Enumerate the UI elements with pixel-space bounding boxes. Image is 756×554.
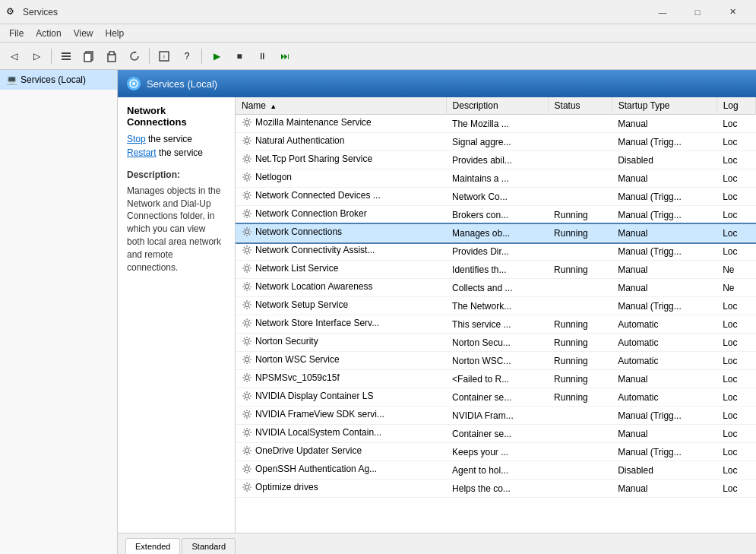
help-button[interactable]: ? xyxy=(176,46,198,67)
service-log-cell: Loc xyxy=(716,480,755,498)
tab-extended[interactable]: Extended xyxy=(125,538,180,554)
table-row[interactable]: Network List Service Identifies th...Run… xyxy=(236,261,756,279)
table-row[interactable]: Network Connections Manages ob...Running… xyxy=(236,224,756,242)
service-status-cell xyxy=(548,461,612,480)
main-area: 💻 Services (Local) Services (Local) Netw… xyxy=(0,70,756,554)
svg-point-14 xyxy=(245,157,249,161)
table-row[interactable]: Netlogon Maintains a ...ManualLoc xyxy=(236,169,756,188)
service-status-cell xyxy=(548,443,612,461)
service-startup-cell: Manual xyxy=(612,425,716,443)
paste-button[interactable] xyxy=(101,46,122,67)
back-button[interactable]: ◁ xyxy=(3,46,24,67)
table-row[interactable]: Network Store Interface Serv... This ser… xyxy=(236,315,756,334)
service-status-cell: Running xyxy=(548,388,612,407)
tab-standard[interactable]: Standard xyxy=(182,538,236,554)
gear-icon xyxy=(242,464,252,474)
menu-item-file[interactable]: File xyxy=(3,27,30,40)
gear-icon xyxy=(242,226,252,237)
table-row[interactable]: Network Setup Service The Network...Manu… xyxy=(236,297,756,315)
service-startup-cell: Automatic xyxy=(612,352,716,370)
pause-button[interactable]: ⏸ xyxy=(251,46,273,67)
window-title: Services xyxy=(23,7,58,17)
service-startup-cell: Manual (Trigg... xyxy=(612,297,716,315)
svg-point-29 xyxy=(245,431,249,435)
table-row[interactable]: Network Location Awareness Collects and … xyxy=(236,279,756,297)
table-row[interactable]: Network Connection Broker Brokers con...… xyxy=(236,206,756,224)
service-log-cell: Loc xyxy=(716,133,755,151)
sort-arrow-name: ▲ xyxy=(270,103,277,110)
table-row[interactable]: Optimize drives Helps the co...ManualLoc xyxy=(236,480,756,498)
forward-button[interactable]: ▷ xyxy=(26,46,47,67)
stop-service-link[interactable]: Stop xyxy=(127,134,146,144)
resume-button[interactable]: ⏭ xyxy=(274,46,296,67)
svg-rect-1 xyxy=(62,55,71,57)
service-startup-cell: Manual xyxy=(612,370,716,388)
service-log-cell: Loc xyxy=(716,334,755,352)
table-row[interactable]: Net.Tcp Port Sharing Service Provides ab… xyxy=(236,151,756,169)
copy-button[interactable] xyxy=(78,46,100,67)
title-bar-left: ⚙ Services xyxy=(6,6,58,18)
service-name-cell: Network Connected Devices ... xyxy=(236,188,446,206)
content-panel: Services (Local) Network Connections Sto… xyxy=(118,70,756,554)
svg-point-12 xyxy=(245,121,249,125)
services-table: Name ▲ Description Status Startup Type L… xyxy=(236,97,756,498)
svg-point-19 xyxy=(245,249,249,252)
tree-item-services-local[interactable]: 💻 Services (Local) xyxy=(0,70,117,90)
stop-service-line: Stop the service xyxy=(127,134,226,144)
tree-label: Services (Local) xyxy=(21,74,86,85)
gear-icon xyxy=(242,117,252,128)
show-hide-button[interactable] xyxy=(55,46,77,67)
table-row[interactable]: NPSMSvc_1059c15f <Failed to R...RunningM… xyxy=(236,370,756,388)
table-row[interactable]: NVIDIA FrameView SDK servi... NVIDIA Fra… xyxy=(236,407,756,425)
service-name-cell: Optimize drives xyxy=(236,480,446,498)
play-button[interactable]: ▶ xyxy=(206,46,227,67)
service-name-cell: OneDrive Updater Service xyxy=(236,443,446,461)
service-name-cell: Norton Security xyxy=(236,334,446,352)
services-table-area[interactable]: Name ▲ Description Status Startup Type L… xyxy=(236,97,756,533)
service-log-cell: Loc xyxy=(716,352,755,370)
service-status-cell: Running xyxy=(548,370,612,388)
table-row[interactable]: OneDrive Updater Service Keeps your ...M… xyxy=(236,443,756,461)
service-startup-cell: Manual (Trigg... xyxy=(612,206,716,224)
gear-icon xyxy=(242,245,252,255)
service-status-cell: Running xyxy=(548,315,612,334)
col-header-description[interactable]: Description xyxy=(446,97,548,115)
gear-icon xyxy=(242,391,252,401)
table-row[interactable]: NVIDIA LocalSystem Contain... Container … xyxy=(236,425,756,443)
table-row[interactable]: OpenSSH Authentication Ag... Agent to ho… xyxy=(236,461,756,480)
table-row[interactable]: Natural Authentication Signal aggre...Ma… xyxy=(236,133,756,151)
menu-item-view[interactable]: View xyxy=(68,27,100,40)
restart-service-link[interactable]: Restart xyxy=(127,147,157,158)
service-description-cell: This service ... xyxy=(446,315,548,334)
properties-button[interactable]: i xyxy=(153,46,175,67)
service-log-cell: Loc xyxy=(716,443,755,461)
service-startup-cell: Manual (Trigg... xyxy=(612,133,716,151)
col-header-startup[interactable]: Startup Type xyxy=(612,97,716,115)
service-description-cell: Keeps your ... xyxy=(446,443,548,461)
service-description-cell: Collects and ... xyxy=(446,279,548,297)
service-startup-cell: Manual (Trigg... xyxy=(612,443,716,461)
service-name-cell: Norton WSC Service xyxy=(236,352,446,370)
minimize-button[interactable]: — xyxy=(645,0,680,24)
maximize-button[interactable]: □ xyxy=(680,0,715,24)
col-header-status[interactable]: Status xyxy=(548,97,612,115)
svg-text:i: i xyxy=(163,53,165,60)
table-row[interactable]: Mozilla Maintenance Service The Mozilla … xyxy=(236,115,756,133)
table-row[interactable]: Norton Security Norton Secu...RunningAut… xyxy=(236,334,756,352)
service-status-cell xyxy=(548,297,612,315)
stop-button[interactable]: ■ xyxy=(229,46,250,67)
properties-icon: i xyxy=(158,50,170,62)
col-header-log[interactable]: Log xyxy=(716,97,755,115)
desc-body: Description: Manages objects in the Netw… xyxy=(127,169,226,274)
col-header-name[interactable]: Name ▲ xyxy=(236,97,446,115)
close-button[interactable]: ✕ xyxy=(715,0,750,24)
table-row[interactable]: Network Connected Devices ... Network Co… xyxy=(236,188,756,206)
menu-item-action[interactable]: Action xyxy=(30,27,67,40)
table-row[interactable]: NVIDIA Display Container LS Container se… xyxy=(236,388,756,407)
table-row[interactable]: Network Connectivity Assist... Provides … xyxy=(236,242,756,261)
refresh-button[interactable] xyxy=(124,46,145,67)
table-row[interactable]: Norton WSC Service Norton WSC...RunningA… xyxy=(236,352,756,370)
service-log-cell: Loc xyxy=(716,151,755,169)
service-description-cell: Agent to hol... xyxy=(446,461,548,480)
menu-item-help[interactable]: Help xyxy=(100,27,131,40)
